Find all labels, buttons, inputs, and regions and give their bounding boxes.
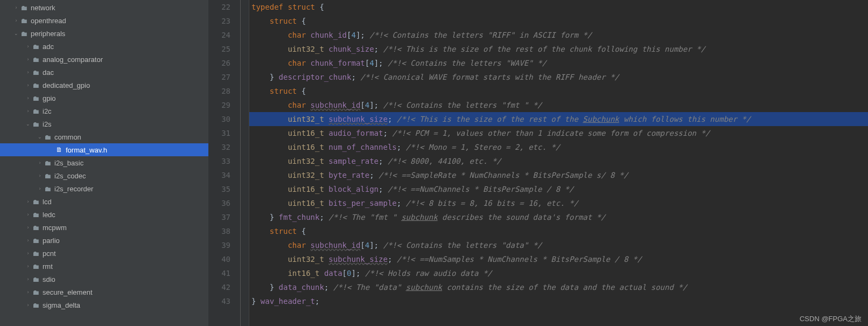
tree-item-i2s-recorder[interactable]: ›🖿i2s_recorder — [0, 182, 208, 195]
fold-marker[interactable] — [241, 182, 249, 196]
chevron-icon[interactable]: › — [12, 18, 20, 23]
tree-item-dac[interactable]: ›🖿dac — [0, 66, 208, 79]
code-editor[interactable]: 2223242526272829303132333435363738394041… — [208, 0, 868, 326]
code-area[interactable]: typedef struct { struct { char chunk_id[… — [249, 0, 868, 326]
chevron-icon[interactable]: › — [24, 199, 32, 204]
fold-marker[interactable] — [241, 252, 249, 266]
folder-icon: 🖿 — [44, 133, 51, 141]
fold-marker[interactable] — [241, 224, 249, 238]
chevron-icon[interactable]: ⌄ — [24, 121, 32, 127]
fold-marker[interactable] — [241, 196, 249, 210]
chevron-icon[interactable]: › — [24, 108, 32, 114]
chevron-icon[interactable]: › — [36, 186, 44, 191]
fold-marker[interactable] — [241, 154, 249, 168]
code-line[interactable]: uint32_t subchunk_size; /*!< ==NumSample… — [249, 252, 868, 266]
code-line[interactable]: char subchunk_id[4]; /*!< Contains the l… — [249, 238, 868, 252]
fold-marker[interactable] — [241, 14, 249, 28]
code-line[interactable]: } fmt_chunk; /*!< The "fmt " subchunk de… — [249, 210, 868, 224]
code-line[interactable]: uint32_t chunk_size; /*!< This is the si… — [249, 42, 868, 56]
code-line[interactable]: uint16_t bits_per_sample; /*!< 8 bits = … — [249, 196, 868, 210]
tree-item-adc[interactable]: ›🖿adc — [0, 40, 208, 53]
fold-marker[interactable] — [241, 84, 249, 98]
tree-item-network[interactable]: ›🖿network — [0, 1, 208, 14]
tree-item-peripherals[interactable]: ⌄🖿peripherals — [0, 27, 208, 40]
tree-item-common[interactable]: ⌄🖿common — [0, 130, 208, 143]
tree-item-openthread[interactable]: ›🖿openthread — [0, 14, 208, 27]
tree-item-rmt[interactable]: ›🖿rmt — [0, 260, 208, 273]
fold-marker[interactable] — [241, 112, 249, 126]
chevron-icon[interactable]: ⌄ — [12, 31, 20, 36]
code-line[interactable]: char chunk_id[4]; /*!< Contains the lett… — [249, 28, 868, 42]
tree-item-sigma-delta[interactable]: ›🖿sigma_delta — [0, 299, 208, 311]
fold-marker[interactable] — [241, 0, 249, 14]
fold-marker[interactable] — [241, 28, 249, 42]
fold-marker[interactable] — [241, 56, 249, 70]
line-number: 22 — [208, 0, 230, 14]
code-line[interactable]: char subchunk_id[4]; /*!< Contains the l… — [249, 98, 868, 112]
tree-item-i2s[interactable]: ⌄🖿i2s — [0, 117, 208, 130]
chevron-icon[interactable]: › — [12, 5, 20, 10]
tree-item-ledc[interactable]: ›🖿ledc — [0, 208, 208, 221]
folder-icon: 🖿 — [20, 4, 27, 12]
fold-marker[interactable] — [241, 210, 249, 224]
folder-icon: 🖿 — [32, 68, 39, 77]
code-line[interactable]: uint16_t audio_format; /*!< PCM = 1, val… — [249, 126, 868, 140]
code-line[interactable]: uint32_t sample_rate; /*!< 8000, 44100, … — [249, 154, 868, 168]
code-line[interactable]: uint32_t subchunk_size; /*!< This is the… — [249, 112, 868, 126]
fold-marker[interactable] — [241, 238, 249, 252]
chevron-icon[interactable]: ⌄ — [36, 134, 44, 140]
code-line[interactable]: uint16_t num_of_channels; /*!< Mono = 1,… — [249, 140, 868, 154]
chevron-icon[interactable]: › — [24, 44, 32, 49]
fold-marker[interactable] — [241, 140, 249, 154]
code-line[interactable]: struct { — [249, 14, 868, 28]
code-line[interactable]: } wav_header_t; — [249, 294, 868, 308]
code-line[interactable]: uint16_t block_align; /*!< ==NumChannels… — [249, 182, 868, 196]
tree-item-pcnt[interactable]: ›🖿pcnt — [0, 247, 208, 260]
chevron-icon[interactable]: › — [24, 225, 32, 230]
tree-item-secure-element[interactable]: ›🖿secure_element — [0, 286, 208, 299]
fold-marker[interactable] — [241, 168, 249, 182]
chevron-icon[interactable]: › — [24, 251, 32, 256]
code-line[interactable]: int16_t data[0]; /*!< Holds raw audio da… — [249, 266, 868, 280]
code-line[interactable]: uint32_t byte_rate; /*!< ==SampleRate * … — [249, 168, 868, 182]
code-line[interactable]: typedef struct { — [249, 0, 868, 14]
fold-marker[interactable] — [241, 266, 249, 280]
fold-marker[interactable] — [241, 294, 249, 308]
code-line[interactable]: } data_chunk; /*!< The "data" subchunk c… — [249, 280, 868, 294]
file-tree-sidebar[interactable]: ›🖿network›🖿openthread⌄🖿peripherals›🖿adc›… — [0, 0, 208, 326]
fold-marker[interactable] — [241, 126, 249, 140]
fold-marker[interactable] — [241, 280, 249, 294]
chevron-icon[interactable]: › — [36, 173, 44, 178]
chevron-icon[interactable]: › — [24, 289, 32, 295]
line-number: 25 — [208, 42, 230, 56]
tree-item-format-wav-h[interactable]: 🗎format_wav.h — [0, 143, 208, 156]
tree-item-lcd[interactable]: ›🖿lcd — [0, 195, 208, 208]
chevron-icon[interactable]: › — [24, 238, 32, 243]
tree-item-sdio[interactable]: ›🖿sdio — [0, 273, 208, 286]
code-line[interactable]: struct { — [249, 224, 868, 238]
tree-item-i2s-codec[interactable]: ›🖿i2s_codec — [0, 169, 208, 182]
chevron-icon[interactable]: › — [24, 70, 32, 75]
fold-marker[interactable] — [241, 98, 249, 112]
chevron-icon[interactable]: › — [36, 160, 44, 165]
code-line[interactable]: } descriptor_chunk; /*!< Canonical WAVE … — [249, 70, 868, 84]
fold-gutter[interactable] — [241, 0, 249, 326]
code-line[interactable]: struct { — [249, 84, 868, 98]
tree-item-i2s-basic[interactable]: ›🖿i2s_basic — [0, 156, 208, 169]
tree-item-dedicated-gpio[interactable]: ›🖿dedicated_gpio — [0, 79, 208, 92]
chevron-icon[interactable]: › — [24, 302, 32, 308]
tree-item-parlio[interactable]: ›🖿parlio — [0, 234, 208, 247]
chevron-icon[interactable]: › — [24, 82, 32, 88]
fold-marker[interactable] — [241, 42, 249, 56]
chevron-icon[interactable]: › — [24, 276, 32, 282]
chevron-icon[interactable]: › — [24, 95, 32, 101]
fold-marker[interactable] — [241, 70, 249, 84]
chevron-icon[interactable]: › — [24, 263, 32, 269]
chevron-icon[interactable]: › — [24, 212, 32, 217]
tree-item-gpio[interactable]: ›🖿gpio — [0, 92, 208, 105]
tree-item-mcpwm[interactable]: ›🖿mcpwm — [0, 221, 208, 234]
tree-item-analog-comparator[interactable]: ›🖿analog_comparator — [0, 53, 208, 66]
code-line[interactable]: char chunk_format[4]; /*!< Contains the … — [249, 56, 868, 70]
chevron-icon[interactable]: › — [24, 57, 32, 62]
tree-item-i2c[interactable]: ›🖿i2c — [0, 105, 208, 117]
